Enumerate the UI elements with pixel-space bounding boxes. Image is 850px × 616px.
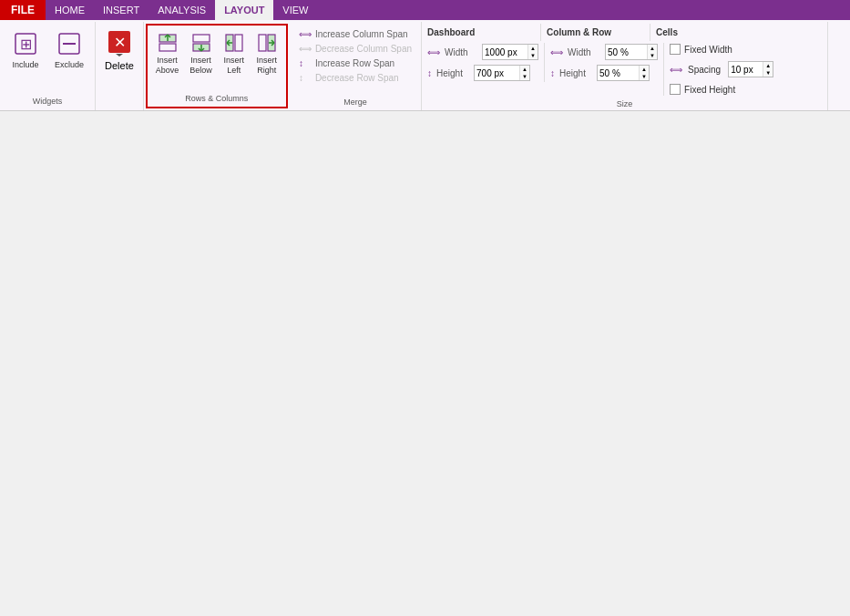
fixed-height-label: Fixed Height bbox=[684, 85, 735, 95]
dashboard-height-value: 700 px bbox=[475, 68, 519, 78]
merge-group: ⟺ Increase Column Span ⟺ Decrease Column… bbox=[290, 22, 422, 110]
dashboard-height-down[interactable]: ▼ bbox=[520, 73, 529, 80]
dashboard-width-down[interactable]: ▼ bbox=[528, 52, 538, 59]
spacing-label: Spacing bbox=[688, 65, 721, 75]
col-width-input[interactable]: 50 % ▲ ▼ bbox=[605, 44, 658, 60]
col-width-label: Width bbox=[568, 47, 602, 57]
merge-content: ⟺ Increase Column Span ⟺ Decrease Column… bbox=[295, 24, 415, 85]
dashboard-width-label: Width bbox=[445, 47, 479, 57]
spacing-icon: ⟺ bbox=[670, 65, 682, 75]
svg-rect-7 bbox=[159, 44, 176, 51]
spacing-input[interactable]: 10 px ▲ ▼ bbox=[728, 61, 773, 77]
home-menu[interactable]: HOME bbox=[46, 0, 94, 20]
insert-right-icon bbox=[256, 32, 278, 54]
col-height-spinner[interactable]: ▲ ▼ bbox=[639, 66, 649, 80]
analysis-menu[interactable]: ANALYSIS bbox=[148, 0, 215, 20]
width-arrows-icon: ⟺ bbox=[427, 47, 440, 57]
svg-text:✕: ✕ bbox=[113, 35, 125, 50]
delete-icon: ✕ bbox=[107, 29, 132, 60]
col-height-up[interactable]: ▲ bbox=[640, 66, 649, 73]
col-height-label: Height bbox=[559, 68, 594, 78]
insert-above-button[interactable]: InsertAbove bbox=[151, 29, 184, 78]
col-height-arrows-icon: ↕ bbox=[550, 68, 555, 78]
decrease-col-span-button[interactable]: ⟺ Decrease Column Span bbox=[295, 42, 415, 56]
col-height-value: 50 % bbox=[598, 68, 639, 78]
cells-title: Cells bbox=[656, 26, 808, 39]
decrease-col-span-icon: ⟺ bbox=[299, 44, 312, 54]
col-width-down[interactable]: ▼ bbox=[648, 52, 657, 59]
col-height-down[interactable]: ▼ bbox=[640, 73, 649, 80]
col-row-title: Column & Row bbox=[547, 26, 644, 39]
dashboard-height-label: Height bbox=[436, 68, 471, 78]
layout-menu[interactable]: LAYOUT bbox=[215, 0, 273, 20]
fixed-height-checkbox[interactable] bbox=[670, 84, 681, 95]
decrease-row-span-label: Decrease Row Span bbox=[315, 73, 399, 83]
insert-above-label: InsertAbove bbox=[156, 56, 179, 76]
col-height-row: ↕ Height 50 % ▲ ▼ bbox=[550, 65, 658, 81]
insert-menu[interactable]: INSERT bbox=[94, 0, 148, 20]
increase-row-span-icon: ↕ bbox=[299, 58, 312, 68]
col-width-row: ⟺ Width 50 % ▲ ▼ bbox=[550, 44, 658, 60]
col-height-input[interactable]: 50 % ▲ ▼ bbox=[597, 65, 650, 81]
col-width-spinner[interactable]: ▲ ▼ bbox=[647, 45, 657, 59]
increase-col-span-icon: ⟺ bbox=[299, 29, 312, 39]
spacing-up[interactable]: ▲ bbox=[763, 62, 773, 69]
widgets-group: ⊞ Include Exclude Widgets bbox=[0, 22, 96, 110]
svg-text:⊞: ⊞ bbox=[20, 36, 32, 52]
fixed-width-row: Fixed Width bbox=[670, 44, 822, 55]
decrease-row-span-button[interactable]: ↕ Decrease Row Span bbox=[295, 71, 415, 85]
col-width-up[interactable]: ▲ bbox=[648, 45, 657, 52]
decrease-row-span-icon: ↕ bbox=[299, 73, 312, 83]
file-menu[interactable]: FILE bbox=[0, 0, 46, 20]
spacing-down[interactable]: ▼ bbox=[763, 69, 773, 77]
size-section-label: Size bbox=[617, 99, 633, 108]
exclude-icon bbox=[55, 29, 84, 58]
svg-rect-17 bbox=[235, 35, 242, 51]
insert-below-label: InsertBelow bbox=[189, 56, 212, 76]
dashboard-width-row: ⟺ Width 1000 px ▲ ▼ bbox=[427, 44, 538, 60]
delete-buttons: ✕ Delete bbox=[101, 24, 138, 73]
dashboard-width-up[interactable]: ▲ bbox=[528, 45, 538, 52]
dashboard-title: Dashboard bbox=[427, 26, 535, 39]
dashboard-width-value: 1000 px bbox=[483, 47, 527, 57]
insert-left-label: InsertLeft bbox=[224, 56, 245, 76]
exclude-button[interactable]: Exclude bbox=[49, 27, 89, 71]
rows-cols-group: InsertAbove InsertBelow bbox=[146, 24, 288, 108]
fixed-width-checkbox[interactable] bbox=[670, 44, 681, 55]
dashboard-height-spinner[interactable]: ▲ ▼ bbox=[519, 66, 529, 80]
spacing-value: 10 px bbox=[729, 65, 763, 75]
increase-col-span-button[interactable]: ⟺ Increase Column Span bbox=[295, 27, 415, 41]
col-width-value: 50 % bbox=[606, 47, 647, 57]
height-arrows-icon: ↕ bbox=[427, 68, 432, 78]
svg-rect-22 bbox=[259, 35, 266, 51]
insert-right-label: InsertRight bbox=[257, 56, 278, 76]
widgets-buttons: ⊞ Include Exclude bbox=[5, 24, 89, 71]
rows-cols-label: Rows & Columns bbox=[151, 94, 282, 105]
fixed-width-label: Fixed Width bbox=[684, 45, 732, 55]
delete-button[interactable]: ✕ Delete bbox=[101, 27, 138, 73]
col-width-arrows-icon: ⟺ bbox=[550, 47, 563, 57]
increase-row-span-label: Increase Row Span bbox=[315, 58, 394, 68]
include-button[interactable]: ⊞ Include bbox=[5, 27, 46, 71]
dashboard-width-spinner[interactable]: ▲ ▼ bbox=[527, 45, 538, 59]
dashboard-height-input[interactable]: 700 px ▲ ▼ bbox=[474, 65, 530, 81]
insert-left-button[interactable]: InsertLeft bbox=[219, 29, 250, 78]
ribbon: ⊞ Include Exclude Widgets bbox=[0, 20, 850, 111]
insert-below-icon bbox=[190, 32, 212, 54]
decrease-col-span-label: Decrease Column Span bbox=[315, 44, 412, 54]
dashboard-height-row: ↕ Height 700 px ▲ ▼ bbox=[427, 65, 538, 81]
dashboard-width-input[interactable]: 1000 px ▲ ▼ bbox=[482, 44, 538, 60]
insert-above-icon bbox=[157, 32, 179, 54]
menu-bar: FILE HOME INSERT ANALYSIS LAYOUT VIEW bbox=[0, 0, 850, 20]
insert-below-button[interactable]: InsertBelow bbox=[185, 29, 217, 78]
include-label: Include bbox=[12, 60, 38, 69]
increase-row-span-button[interactable]: ↕ Increase Row Span bbox=[295, 56, 415, 70]
dashboard-height-up[interactable]: ▲ bbox=[520, 66, 529, 73]
view-menu[interactable]: VIEW bbox=[273, 0, 317, 20]
spacing-spinner[interactable]: ▲ ▼ bbox=[763, 62, 773, 77]
include-icon: ⊞ bbox=[11, 29, 40, 58]
insert-left-icon bbox=[223, 32, 245, 54]
widgets-group-label: Widgets bbox=[33, 97, 63, 108]
spacing-row: ⟺ Spacing 10 px ▲ ▼ bbox=[670, 61, 822, 77]
insert-right-button[interactable]: InsertRight bbox=[251, 29, 282, 78]
